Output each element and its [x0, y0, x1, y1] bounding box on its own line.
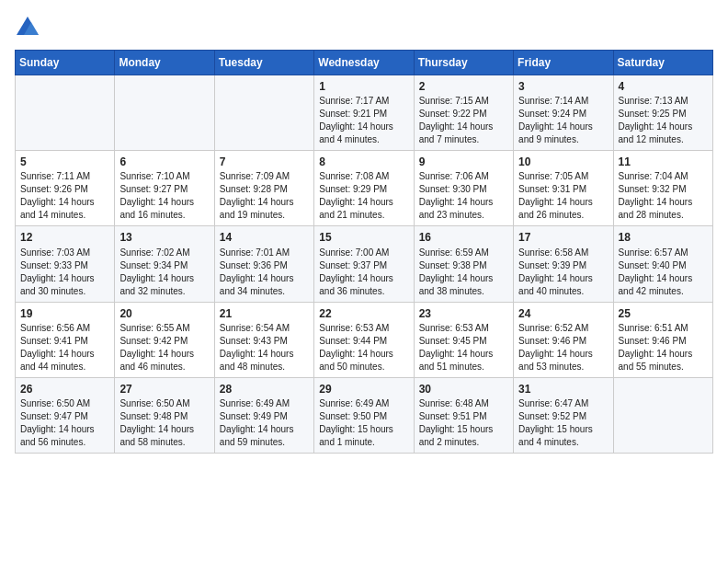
calendar-cell: 5Sunrise: 7:11 AM Sunset: 9:26 PM Daylig…	[16, 151, 115, 226]
weekday-header-tuesday: Tuesday	[214, 51, 313, 75]
calendar-week-5: 26Sunrise: 6:50 AM Sunset: 9:47 PM Dayli…	[16, 377, 713, 453]
day-number: 27	[119, 382, 209, 396]
day-number: 25	[619, 306, 708, 321]
calendar-cell	[214, 75, 313, 151]
day-info: Sunrise: 6:59 AM Sunset: 9:38 PM Dayligh…	[419, 247, 508, 298]
day-number: 11	[619, 155, 708, 169]
day-number: 6	[119, 155, 209, 169]
day-number: 23	[419, 306, 508, 321]
day-number: 9	[419, 155, 508, 169]
day-info: Sunrise: 7:02 AM Sunset: 9:34 PM Dayligh…	[119, 247, 209, 298]
day-number: 26	[20, 382, 109, 396]
calendar-cell	[115, 75, 214, 151]
day-number: 8	[319, 155, 408, 169]
day-info: Sunrise: 6:50 AM Sunset: 9:48 PM Dayligh…	[119, 397, 209, 449]
weekday-header-saturday: Saturday	[613, 51, 712, 75]
calendar-cell: 4Sunrise: 7:13 AM Sunset: 9:25 PM Daylig…	[613, 75, 712, 151]
day-number: 30	[419, 382, 508, 396]
day-number: 24	[518, 306, 608, 321]
day-info: Sunrise: 7:09 AM Sunset: 9:28 PM Dayligh…	[220, 170, 309, 222]
day-info: Sunrise: 6:57 AM Sunset: 9:40 PM Dayligh…	[619, 247, 708, 298]
day-info: Sunrise: 7:06 AM Sunset: 9:30 PM Dayligh…	[419, 170, 508, 222]
day-info: Sunrise: 6:56 AM Sunset: 9:41 PM Dayligh…	[20, 322, 109, 373]
day-number: 22	[319, 306, 408, 321]
day-number: 19	[20, 306, 109, 321]
logo-icon	[15, 15, 40, 40]
calendar-cell: 25Sunrise: 6:51 AM Sunset: 9:46 PM Dayli…	[613, 302, 712, 377]
weekday-header-friday: Friday	[514, 51, 613, 75]
calendar-cell: 29Sunrise: 6:49 AM Sunset: 9:50 PM Dayli…	[314, 377, 414, 453]
calendar-cell: 18Sunrise: 6:57 AM Sunset: 9:40 PM Dayli…	[613, 226, 712, 302]
weekday-header-sunday: Sunday	[16, 51, 115, 75]
calendar-cell: 1Sunrise: 7:17 AM Sunset: 9:21 PM Daylig…	[314, 75, 414, 151]
day-info: Sunrise: 7:11 AM Sunset: 9:26 PM Dayligh…	[20, 170, 109, 222]
calendar-week-3: 12Sunrise: 7:03 AM Sunset: 9:33 PM Dayli…	[16, 226, 713, 302]
calendar-cell: 16Sunrise: 6:59 AM Sunset: 9:38 PM Dayli…	[414, 226, 513, 302]
day-info: Sunrise: 7:14 AM Sunset: 9:24 PM Dayligh…	[518, 95, 608, 146]
weekday-header-wednesday: Wednesday	[314, 51, 414, 75]
day-number: 7	[220, 155, 309, 169]
day-number: 14	[220, 230, 309, 245]
weekday-header-thursday: Thursday	[414, 51, 513, 75]
day-info: Sunrise: 6:47 AM Sunset: 9:52 PM Dayligh…	[518, 397, 608, 449]
calendar-cell: 2Sunrise: 7:15 AM Sunset: 9:22 PM Daylig…	[414, 75, 513, 151]
day-number: 16	[419, 230, 508, 245]
day-info: Sunrise: 6:55 AM Sunset: 9:42 PM Dayligh…	[119, 322, 209, 373]
calendar-cell: 12Sunrise: 7:03 AM Sunset: 9:33 PM Dayli…	[16, 226, 115, 302]
day-info: Sunrise: 7:08 AM Sunset: 9:29 PM Dayligh…	[319, 170, 408, 222]
day-info: Sunrise: 7:17 AM Sunset: 9:21 PM Dayligh…	[319, 95, 408, 146]
calendar-cell: 7Sunrise: 7:09 AM Sunset: 9:28 PM Daylig…	[214, 151, 313, 226]
day-number: 17	[518, 230, 608, 245]
calendar-cell: 9Sunrise: 7:06 AM Sunset: 9:30 PM Daylig…	[414, 151, 513, 226]
day-info: Sunrise: 6:51 AM Sunset: 9:46 PM Dayligh…	[619, 322, 708, 373]
day-info: Sunrise: 6:53 AM Sunset: 9:44 PM Dayligh…	[319, 322, 408, 373]
calendar-cell: 11Sunrise: 7:04 AM Sunset: 9:32 PM Dayli…	[613, 151, 712, 226]
calendar-cell: 31Sunrise: 6:47 AM Sunset: 9:52 PM Dayli…	[514, 377, 613, 453]
calendar-week-2: 5Sunrise: 7:11 AM Sunset: 9:26 PM Daylig…	[16, 151, 713, 226]
day-info: Sunrise: 7:10 AM Sunset: 9:27 PM Dayligh…	[119, 170, 209, 222]
day-number: 15	[319, 230, 408, 245]
day-number: 20	[119, 306, 209, 321]
day-info: Sunrise: 6:58 AM Sunset: 9:39 PM Dayligh…	[518, 247, 608, 298]
day-number: 31	[518, 382, 608, 396]
day-number: 3	[518, 79, 608, 94]
calendar-cell: 10Sunrise: 7:05 AM Sunset: 9:31 PM Dayli…	[514, 151, 613, 226]
calendar-cell: 6Sunrise: 7:10 AM Sunset: 9:27 PM Daylig…	[115, 151, 214, 226]
calendar-cell: 8Sunrise: 7:08 AM Sunset: 9:29 PM Daylig…	[314, 151, 414, 226]
day-info: Sunrise: 7:15 AM Sunset: 9:22 PM Dayligh…	[419, 95, 508, 146]
calendar-header: SundayMondayTuesdayWednesdayThursdayFrid…	[16, 51, 713, 75]
day-info: Sunrise: 7:01 AM Sunset: 9:36 PM Dayligh…	[220, 247, 309, 298]
day-number: 4	[619, 79, 708, 94]
calendar-cell: 22Sunrise: 6:53 AM Sunset: 9:44 PM Dayli…	[314, 302, 414, 377]
calendar-week-1: 1Sunrise: 7:17 AM Sunset: 9:21 PM Daylig…	[16, 75, 713, 151]
calendar-cell: 23Sunrise: 6:53 AM Sunset: 9:45 PM Dayli…	[414, 302, 513, 377]
day-info: Sunrise: 6:54 AM Sunset: 9:43 PM Dayligh…	[220, 322, 309, 373]
day-number: 18	[619, 230, 708, 245]
calendar-cell: 20Sunrise: 6:55 AM Sunset: 9:42 PM Dayli…	[115, 302, 214, 377]
calendar-cell: 30Sunrise: 6:48 AM Sunset: 9:51 PM Dayli…	[414, 377, 513, 453]
calendar-table: SundayMondayTuesdayWednesdayThursdayFrid…	[15, 50, 713, 454]
day-info: Sunrise: 6:50 AM Sunset: 9:47 PM Dayligh…	[20, 397, 109, 449]
header	[15, 15, 713, 40]
day-number: 1	[319, 79, 408, 94]
day-number: 21	[220, 306, 309, 321]
day-number: 13	[119, 230, 209, 245]
calendar-cell	[613, 377, 712, 453]
day-number: 12	[20, 230, 109, 245]
weekday-header-monday: Monday	[115, 51, 214, 75]
day-info: Sunrise: 6:52 AM Sunset: 9:46 PM Dayligh…	[518, 322, 608, 373]
calendar-cell: 26Sunrise: 6:50 AM Sunset: 9:47 PM Dayli…	[16, 377, 115, 453]
calendar-cell: 27Sunrise: 6:50 AM Sunset: 9:48 PM Dayli…	[115, 377, 214, 453]
day-info: Sunrise: 6:49 AM Sunset: 9:50 PM Dayligh…	[319, 397, 408, 449]
day-info: Sunrise: 7:00 AM Sunset: 9:37 PM Dayligh…	[319, 247, 408, 298]
day-info: Sunrise: 7:04 AM Sunset: 9:32 PM Dayligh…	[619, 170, 708, 222]
day-number: 28	[220, 382, 309, 396]
logo	[15, 15, 44, 40]
day-info: Sunrise: 6:48 AM Sunset: 9:51 PM Dayligh…	[419, 397, 508, 449]
calendar-cell: 24Sunrise: 6:52 AM Sunset: 9:46 PM Dayli…	[514, 302, 613, 377]
day-number: 2	[419, 79, 508, 94]
calendar-cell: 17Sunrise: 6:58 AM Sunset: 9:39 PM Dayli…	[514, 226, 613, 302]
calendar-body: 1Sunrise: 7:17 AM Sunset: 9:21 PM Daylig…	[16, 75, 713, 454]
day-number: 10	[518, 155, 608, 169]
calendar-cell: 19Sunrise: 6:56 AM Sunset: 9:41 PM Dayli…	[16, 302, 115, 377]
